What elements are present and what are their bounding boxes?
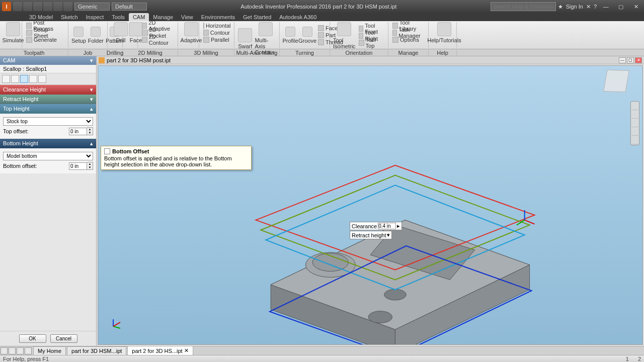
doc-tab-1[interactable]: part for 3D HSM...ipt — [67, 346, 126, 355]
svg-marker-11 — [266, 185, 524, 290]
bottom-from-select[interactable]: Model bottom — [3, 152, 93, 160]
tool-isometric-button[interactable]: Tool Isometric — [333, 22, 356, 49]
task-manager-button[interactable]: Task Manager — [391, 29, 425, 36]
nav-orbit-icon[interactable] — [631, 128, 639, 136]
svg-marker-12 — [270, 246, 531, 344]
collapse-icon[interactable]: ▾ — [90, 96, 93, 103]
qat-redo-icon[interactable] — [43, 2, 52, 11]
setup-button[interactable]: Setup — [71, 27, 86, 44]
clearance-canvas-input[interactable] — [378, 223, 396, 229]
simulate-button[interactable]: Simulate — [3, 22, 23, 43]
clearance-height-header[interactable]: Clearance Height▾ — [0, 85, 96, 95]
star-icon[interactable]: ★ — [558, 4, 563, 10]
profile-button[interactable]: Profile — [283, 27, 298, 44]
document-tab-title[interactable]: part 2 for 3D HSM post.ipt — [107, 57, 171, 63]
heights-tab-icon[interactable] — [20, 75, 28, 83]
top-height-header[interactable]: Top Height▴ — [0, 104, 96, 114]
nav-wheel-icon[interactable] — [631, 102, 639, 110]
tab-cam[interactable]: CAM — [129, 13, 149, 21]
tab-view[interactable]: View — [177, 13, 197, 21]
chevron-down-icon[interactable]: ▾ — [387, 232, 390, 238]
browser-node[interactable]: Scallop : Scallop1 — [0, 65, 96, 73]
tab-getstarted[interactable]: Get Started — [239, 13, 275, 21]
tool-tab-icon[interactable] — [2, 75, 10, 83]
spin-up-icon[interactable]: ▲ — [87, 162, 93, 166]
clearance-canvas-label[interactable]: Clearance ▸ — [350, 222, 402, 230]
qat-more-icon[interactable] — [63, 2, 72, 11]
restore-button[interactable]: ▢ — [615, 3, 627, 11]
folder-button[interactable]: Folder — [88, 27, 104, 44]
spin-down-icon[interactable]: ▼ — [87, 166, 93, 169]
play-icon[interactable]: ▸ — [397, 223, 400, 229]
cancel-button[interactable]: Cancel — [50, 334, 77, 343]
tab-prev-icon[interactable] — [1, 347, 8, 354]
ok-button[interactable]: OK — [19, 334, 46, 343]
appearance-dropdown[interactable]: Default — [112, 3, 147, 11]
status-bar: For Help, press F1 1 2 — [0, 355, 644, 362]
tool-top-button[interactable]: Tool Top — [358, 39, 385, 46]
doc-tab-home[interactable]: My Home — [33, 346, 66, 355]
chevron-down-icon[interactable]: ▾ — [90, 57, 93, 64]
options-button[interactable]: Options — [391, 36, 425, 43]
exchange-icon[interactable]: ✕ — [586, 4, 591, 10]
multiaxis-contour-button[interactable]: Multi-Axis Contour — [255, 22, 276, 55]
top-from-select[interactable]: Stock top — [3, 117, 93, 126]
geometry-tab-icon[interactable] — [11, 75, 19, 83]
top-offset-input[interactable] — [69, 128, 87, 135]
setup-sheet-button[interactable]: Setup Sheet — [25, 29, 65, 36]
qat-open-icon[interactable] — [13, 2, 22, 11]
tab-tools[interactable]: Tools — [108, 13, 129, 21]
help-tutorials-button[interactable]: Help/Tutorials — [432, 22, 457, 43]
signin-button[interactable]: Sign In — [566, 4, 583, 10]
nav-pan-icon[interactable] — [631, 111, 639, 119]
help-icon[interactable]: ? — [594, 4, 597, 10]
spin-down-icon[interactable]: ▼ — [87, 131, 93, 135]
bottom-height-header[interactable]: Bottom Height▴ — [0, 139, 96, 148]
minimize-button[interactable]: — — [600, 3, 612, 11]
close-button[interactable]: ✕ — [630, 3, 642, 11]
tab-tile-icon[interactable] — [25, 347, 32, 354]
mdi-minimize-button[interactable]: — — [619, 57, 626, 63]
tab-next-icon[interactable] — [9, 347, 16, 354]
contour-button[interactable]: Contour — [202, 29, 231, 36]
viewcube[interactable] — [603, 70, 629, 93]
svg-line-18 — [113, 322, 120, 326]
retract-height-header[interactable]: Retract Height▾ — [0, 95, 96, 104]
3d-viewport[interactable]: Clearance ▸ Retract height ▾ — [98, 65, 643, 345]
horizontal-button[interactable]: Horizontal — [202, 22, 231, 29]
qat-home-icon[interactable] — [53, 2, 62, 11]
generate-button[interactable]: Generate — [25, 36, 65, 43]
tab-environments[interactable]: Environments — [197, 13, 239, 21]
svg-marker-1 — [271, 285, 395, 344]
spin-up-icon[interactable]: ▲ — [87, 128, 93, 131]
tab-list-icon[interactable] — [17, 347, 24, 354]
collapse-icon[interactable]: ▴ — [90, 106, 93, 112]
adaptive-button[interactable]: Adaptive — [181, 22, 201, 43]
qat-save-icon[interactable] — [23, 2, 32, 11]
qat-undo-icon[interactable] — [33, 2, 42, 11]
linking-tab-icon[interactable] — [38, 75, 46, 83]
collapse-icon[interactable]: ▾ — [90, 86, 93, 93]
status-num-1: 1 — [626, 356, 629, 362]
material-dropdown[interactable]: Generic — [74, 3, 110, 11]
mdi-restore-button[interactable]: ▢ — [627, 57, 634, 63]
groove-button[interactable]: Groove — [300, 27, 315, 44]
close-icon[interactable]: ✕ — [184, 347, 189, 354]
app-logo[interactable]: I — [2, 2, 11, 11]
passes-tab-icon[interactable] — [29, 75, 37, 83]
doc-tab-2[interactable]: part 2 for 3D HS...ipt✕ — [127, 346, 193, 355]
swarf-button[interactable]: Swarf — [237, 28, 253, 49]
nav-zoom-icon[interactable] — [631, 119, 639, 127]
tab-a360[interactable]: Autodesk A360 — [275, 13, 320, 21]
bottom-offset-input[interactable] — [69, 162, 87, 170]
panel-header[interactable]: CAM▾ — [0, 56, 96, 65]
mdi-close-button[interactable]: ✕ — [635, 57, 642, 63]
2d-contour-button[interactable]: 2D Contour — [141, 36, 175, 43]
search-input[interactable] — [491, 2, 556, 11]
retract-canvas-label[interactable]: Retract height ▾ — [350, 231, 392, 239]
navigation-bar[interactable] — [630, 101, 639, 145]
parallel-button[interactable]: Parallel — [202, 36, 231, 43]
nav-lookat-icon[interactable] — [631, 136, 639, 144]
collapse-icon[interactable]: ▴ — [90, 140, 93, 147]
tab-inspect[interactable]: Inspect — [82, 13, 108, 21]
